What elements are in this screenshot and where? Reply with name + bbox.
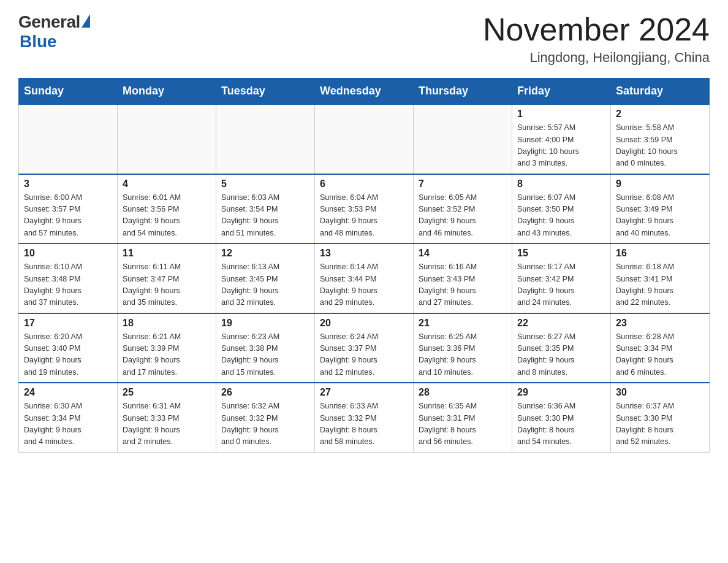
- day-number: 3: [24, 178, 112, 190]
- day-number: 22: [517, 318, 605, 329]
- day-number: 14: [419, 248, 507, 259]
- day-info: Sunrise: 6:16 AMSunset: 3:43 PMDaylight:…: [419, 261, 507, 309]
- calendar-cell: 27Sunrise: 6:33 AMSunset: 3:32 PMDayligh…: [315, 383, 414, 452]
- calendar-cell: 12Sunrise: 6:13 AMSunset: 3:45 PMDayligh…: [216, 243, 315, 313]
- calendar-cell: 22Sunrise: 6:27 AMSunset: 3:35 PMDayligh…: [512, 313, 611, 383]
- day-number: 1: [517, 109, 605, 120]
- calendar-cell: [414, 104, 512, 174]
- day-number: 24: [24, 387, 112, 398]
- title-section: November 2024 Lingdong, Heilongjiang, Ch…: [483, 12, 710, 66]
- day-info: Sunrise: 6:36 AMSunset: 3:30 PMDaylight:…: [517, 400, 605, 448]
- day-number: 28: [419, 387, 507, 398]
- day-info: Sunrise: 6:13 AMSunset: 3:45 PMDaylight:…: [221, 261, 309, 309]
- logo-general-text: General: [18, 12, 80, 32]
- day-number: 16: [616, 248, 704, 259]
- day-number: 19: [221, 318, 309, 329]
- day-info: Sunrise: 6:27 AMSunset: 3:35 PMDaylight:…: [517, 331, 605, 379]
- calendar-cell: 10Sunrise: 6:10 AMSunset: 3:48 PMDayligh…: [19, 243, 118, 313]
- calendar-cell: 30Sunrise: 6:37 AMSunset: 3:30 PMDayligh…: [611, 383, 710, 452]
- calendar-cell: 19Sunrise: 6:23 AMSunset: 3:38 PMDayligh…: [216, 313, 315, 383]
- weekday-header-thursday: Thursday: [414, 79, 512, 105]
- calendar-cell: 6Sunrise: 6:04 AMSunset: 3:53 PMDaylight…: [315, 174, 414, 244]
- day-number: 17: [24, 318, 112, 329]
- weekday-header-sunday: Sunday: [19, 79, 118, 105]
- day-info: Sunrise: 6:37 AMSunset: 3:30 PMDaylight:…: [616, 400, 704, 448]
- day-info: Sunrise: 6:01 AMSunset: 3:56 PMDaylight:…: [123, 192, 211, 240]
- logo: General Blue: [18, 12, 90, 52]
- calendar-cell: 29Sunrise: 6:36 AMSunset: 3:30 PMDayligh…: [512, 383, 611, 452]
- day-info: Sunrise: 6:17 AMSunset: 3:42 PMDaylight:…: [517, 261, 605, 309]
- day-number: 20: [320, 318, 408, 329]
- calendar-cell: 11Sunrise: 6:11 AMSunset: 3:47 PMDayligh…: [118, 243, 216, 313]
- day-info: Sunrise: 6:30 AMSunset: 3:34 PMDaylight:…: [24, 400, 112, 448]
- day-info: Sunrise: 6:03 AMSunset: 3:54 PMDaylight:…: [221, 192, 309, 240]
- weekday-header-wednesday: Wednesday: [315, 79, 414, 105]
- calendar-cell: 20Sunrise: 6:24 AMSunset: 3:37 PMDayligh…: [315, 313, 414, 383]
- calendar-cell: 21Sunrise: 6:25 AMSunset: 3:36 PMDayligh…: [414, 313, 512, 383]
- day-number: 15: [517, 248, 605, 259]
- day-number: 13: [320, 248, 408, 259]
- calendar-cell: 9Sunrise: 6:08 AMSunset: 3:49 PMDaylight…: [611, 174, 710, 244]
- week-row-3: 10Sunrise: 6:10 AMSunset: 3:48 PMDayligh…: [19, 243, 710, 313]
- calendar-cell: [216, 104, 315, 174]
- day-info: Sunrise: 6:18 AMSunset: 3:41 PMDaylight:…: [616, 261, 704, 309]
- day-info: Sunrise: 6:23 AMSunset: 3:38 PMDaylight:…: [221, 331, 309, 379]
- week-row-4: 17Sunrise: 6:20 AMSunset: 3:40 PMDayligh…: [19, 313, 710, 383]
- day-info: Sunrise: 6:10 AMSunset: 3:48 PMDaylight:…: [24, 261, 112, 309]
- calendar-cell: 13Sunrise: 6:14 AMSunset: 3:44 PMDayligh…: [315, 243, 414, 313]
- weekday-header-friday: Friday: [512, 79, 611, 105]
- day-info: Sunrise: 6:32 AMSunset: 3:32 PMDaylight:…: [221, 400, 309, 448]
- week-row-2: 3Sunrise: 6:00 AMSunset: 3:57 PMDaylight…: [19, 174, 710, 244]
- day-info: Sunrise: 6:35 AMSunset: 3:31 PMDaylight:…: [419, 400, 507, 448]
- calendar-cell: 4Sunrise: 6:01 AMSunset: 3:56 PMDaylight…: [118, 174, 216, 244]
- day-number: 10: [24, 248, 112, 259]
- weekday-header-monday: Monday: [118, 79, 216, 105]
- day-number: 5: [221, 178, 309, 190]
- calendar-cell: 18Sunrise: 6:21 AMSunset: 3:39 PMDayligh…: [118, 313, 216, 383]
- page-header: General Blue November 2024 Lingdong, Hei…: [18, 12, 710, 66]
- calendar-cell: 28Sunrise: 6:35 AMSunset: 3:31 PMDayligh…: [414, 383, 512, 452]
- day-number: 2: [616, 109, 704, 120]
- day-number: 21: [419, 318, 507, 329]
- day-info: Sunrise: 6:04 AMSunset: 3:53 PMDaylight:…: [320, 192, 408, 240]
- day-number: 7: [419, 178, 507, 190]
- weekday-header-row: SundayMondayTuesdayWednesdayThursdayFrid…: [19, 79, 710, 105]
- day-info: Sunrise: 6:20 AMSunset: 3:40 PMDaylight:…: [24, 331, 112, 379]
- week-row-5: 24Sunrise: 6:30 AMSunset: 3:34 PMDayligh…: [19, 383, 710, 452]
- day-number: 30: [616, 387, 704, 398]
- calendar-cell: 8Sunrise: 6:07 AMSunset: 3:50 PMDaylight…: [512, 174, 611, 244]
- week-row-1: 1Sunrise: 5:57 AMSunset: 4:00 PMDaylight…: [19, 104, 710, 174]
- day-number: 12: [221, 248, 309, 259]
- calendar-cell: 14Sunrise: 6:16 AMSunset: 3:43 PMDayligh…: [414, 243, 512, 313]
- calendar-table: SundayMondayTuesdayWednesdayThursdayFrid…: [18, 78, 710, 453]
- day-number: 9: [616, 178, 704, 190]
- day-info: Sunrise: 6:31 AMSunset: 3:33 PMDaylight:…: [123, 400, 211, 448]
- calendar-cell: [19, 104, 118, 174]
- day-info: Sunrise: 6:14 AMSunset: 3:44 PMDaylight:…: [320, 261, 408, 309]
- day-info: Sunrise: 5:58 AMSunset: 3:59 PMDaylight:…: [616, 122, 704, 170]
- day-info: Sunrise: 6:05 AMSunset: 3:52 PMDaylight:…: [419, 192, 507, 240]
- day-number: 29: [517, 387, 605, 398]
- day-info: Sunrise: 6:25 AMSunset: 3:36 PMDaylight:…: [419, 331, 507, 379]
- calendar-cell: [118, 104, 216, 174]
- calendar-cell: 15Sunrise: 6:17 AMSunset: 3:42 PMDayligh…: [512, 243, 611, 313]
- logo-blue-text: Blue: [20, 32, 57, 52]
- day-info: Sunrise: 6:21 AMSunset: 3:39 PMDaylight:…: [123, 331, 211, 379]
- calendar-cell: 26Sunrise: 6:32 AMSunset: 3:32 PMDayligh…: [216, 383, 315, 452]
- day-info: Sunrise: 6:24 AMSunset: 3:37 PMDaylight:…: [320, 331, 408, 379]
- logo-triangle-icon: [82, 14, 90, 28]
- calendar-cell: 2Sunrise: 5:58 AMSunset: 3:59 PMDaylight…: [611, 104, 710, 174]
- day-info: Sunrise: 6:00 AMSunset: 3:57 PMDaylight:…: [24, 192, 112, 240]
- day-info: Sunrise: 6:11 AMSunset: 3:47 PMDaylight:…: [123, 261, 211, 309]
- calendar-cell: 5Sunrise: 6:03 AMSunset: 3:54 PMDaylight…: [216, 174, 315, 244]
- day-info: Sunrise: 6:33 AMSunset: 3:32 PMDaylight:…: [320, 400, 408, 448]
- calendar-cell: 1Sunrise: 5:57 AMSunset: 4:00 PMDaylight…: [512, 104, 611, 174]
- day-info: Sunrise: 5:57 AMSunset: 4:00 PMDaylight:…: [517, 122, 605, 170]
- month-title: November 2024: [483, 12, 710, 47]
- day-number: 25: [123, 387, 211, 398]
- calendar-cell: 17Sunrise: 6:20 AMSunset: 3:40 PMDayligh…: [19, 313, 118, 383]
- day-number: 8: [517, 178, 605, 190]
- day-number: 23: [616, 318, 704, 329]
- weekday-header-tuesday: Tuesday: [216, 79, 315, 105]
- calendar-cell: 25Sunrise: 6:31 AMSunset: 3:33 PMDayligh…: [118, 383, 216, 452]
